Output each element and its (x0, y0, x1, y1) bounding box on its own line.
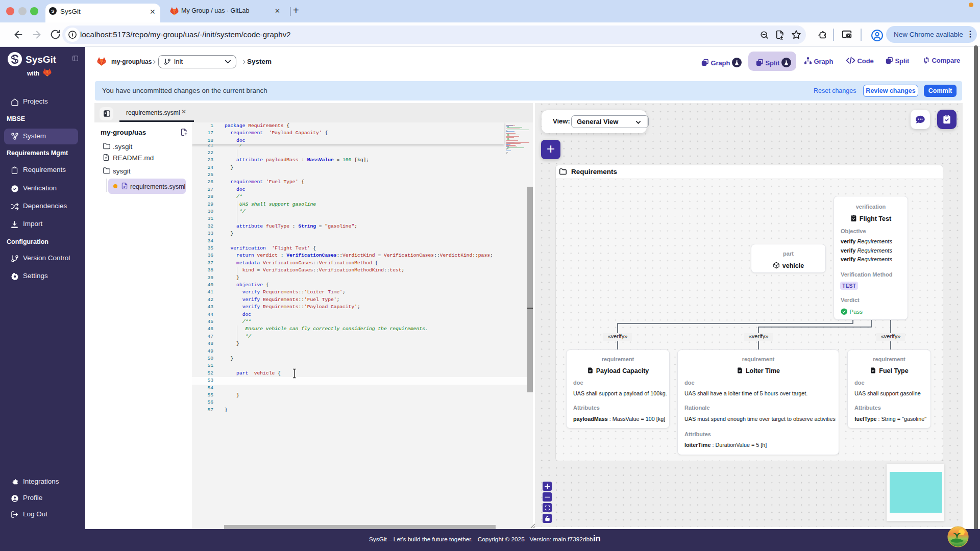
svg-text:S: S (51, 8, 54, 14)
